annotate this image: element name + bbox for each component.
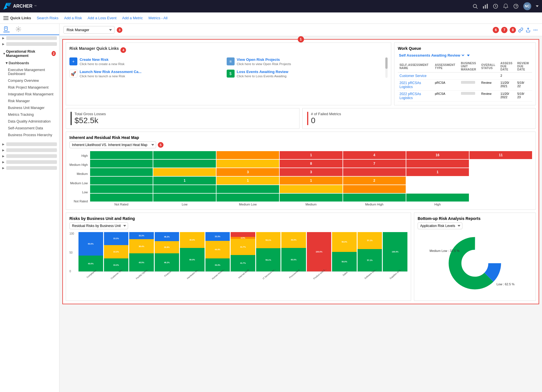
user-avatar[interactable]: NC [523,2,531,10]
ql-scrollbar-thumb[interactable] [385,57,388,69]
toolbar-badge-8[interactable]: 8 [510,27,516,33]
ql-col-left: + Create New Risk Click here to create a… [69,57,222,78]
sidebar-risk-project-label: Risk Project Management [8,85,48,89]
sidebar-company-label: Company Overview [8,79,39,83]
sidebar-collapse-5[interactable]: ▶ [0,153,59,159]
metric-gross-losses: Total Gross Losses $52.5k [66,108,299,129]
heatmap-cell [469,185,532,193]
history-icon[interactable] [493,3,498,9]
sidebar-item-self-assessment[interactable]: Self-Assessment Data [0,125,59,132]
help-icon[interactable]: ? [513,3,519,9]
heatmap-cell [280,185,342,193]
quick-links-label: Quick Links [10,16,31,20]
bell-icon[interactable] [503,3,509,9]
sidebar-item-dqa[interactable]: Data Quality Administration [0,118,59,125]
ql-link-open-projects[interactable]: View Open Risk Projects [237,57,291,62]
wq-row3-status: Review [480,91,499,102]
donut-label-medium-low: Medium Low : 37.5 % [430,249,460,252]
bar-seg: 36.4% [129,239,154,253]
wq-row2-review: 5/19/22 [516,80,532,91]
dashboard-frame: 1 Risk Manager Quick Links 4 [62,39,539,304]
link-icon[interactable] [518,27,523,33]
heatmap-cell: 1 [280,177,342,185]
wq-row1-review [516,72,532,80]
sidebar-item-executive[interactable]: Executive Management Dashboard [0,67,59,77]
donut-container: Medium Low : 37.5 % Low : 62.5 % [444,232,506,294]
search-icon[interactable] [472,3,478,9]
heatmap-cell: 3 [216,168,279,176]
bar-seg: 44.4% [205,241,230,259]
ql-metrics-all[interactable]: Metrics - All [148,16,167,20]
sidebar-item-integrated-risk[interactable]: Integrated Risk Management [0,91,59,98]
sidebar-item-risk-manager[interactable]: Risk Manager [0,98,59,104]
heatmap-cell [216,151,279,159]
share-icon[interactable] [526,27,531,33]
ql-link-launch[interactable]: Launch New Risk Assessment Ca... [80,70,141,74]
wq-row2-name[interactable]: 2021 pRCSAsLogistics [399,81,421,89]
toolbar-badge-3: 3 [117,27,122,33]
ql-icon-open-projects: ≡ [227,57,235,65]
toolbar-badge-6[interactable]: 6 [493,27,499,33]
top-row: Risk Manager Quick Links 4 + Create New … [66,42,536,105]
heatmap-row-medium-low: 1 1 1 2 [90,177,532,185]
heatmap-cell: 2 [343,177,406,185]
sidebar-parent-label: Operational Risk Management [6,49,49,58]
y-label-high: High [69,152,88,160]
sidebar-item-dashboards[interactable]: ▾ Dashboards [0,59,59,67]
dashboard-select[interactable]: Risk Manager Executive Dashboard Company… [63,26,114,34]
sidebar-collapse-2[interactable]: ▶ [0,41,59,47]
heatmap-cell [469,177,532,185]
sidebar-collapse-7[interactable]: ▶ [0,165,59,171]
ql-text-loss-events: Loss Events Awaiting Review Click here t… [237,70,288,78]
sidebar-self-assessment-label: Self-Assessment Data [8,126,43,130]
wq-view-select[interactable]: Self Assessments Awaiting Review Loss Ev… [398,53,465,58]
sidebar-item-metrics[interactable]: Metrics Tracking [0,111,59,118]
sidebar-tab-page-icon[interactable] [3,26,10,32]
wq-row1-name[interactable]: Customer Service [399,74,426,78]
x-label-medium: Medium [280,203,342,206]
ql-search-risks[interactable]: Search Risks [37,16,59,20]
y-label-medium: Medium [69,170,88,178]
heatmap-select[interactable]: Inherent Likelihood VS. Inherent Impact … [69,142,156,148]
y-label-50: 50 [69,251,78,254]
sidebar-collapse-6[interactable]: ▶ [0,159,59,165]
user-chevron-icon[interactable] [536,5,539,8]
heatmap-cells: 1 4 16 11 8 7 [90,151,532,206]
sidebar-integrated-label: Integrated Risk Management [8,92,54,96]
ql-link-create-risk[interactable]: Create New Risk [80,57,125,62]
sidebar-collapse-1[interactable]: ▶ [0,35,59,41]
donut-hole [462,250,488,277]
ql-scrollbar [385,57,388,78]
ql-link-loss-events[interactable]: Loss Events Awaiting Review [237,70,288,74]
ql-add-risk[interactable]: Add a Risk [64,16,82,20]
ql-add-loss-event[interactable]: Add a Loss Event [88,16,116,20]
ql-add-metric[interactable]: Add a Metric [122,16,143,20]
more-icon[interactable] [533,27,538,33]
sidebar-item-risk-project[interactable]: Risk Project Management [0,84,59,91]
heatmap-cell: 16 [406,151,469,159]
chart-icon[interactable] [483,3,488,9]
work-queue-panel: Work Queue Self Assessments Awaiting Rev… [394,42,536,105]
sidebar-parent-operational-risk[interactable]: ▾ Operational Risk Management 2 [0,48,59,59]
bar-seg [231,232,255,237]
sidebar-tab-gear-icon[interactable] [15,26,22,32]
donut-select[interactable]: Application Risk Levels Inherent Risk Le… [418,222,462,229]
bar-seg: 33.3% [129,232,154,239]
ql-desc-launch: Click here to launch a new Risk [80,74,141,78]
heatmap-cell [153,185,216,193]
sidebar-collapse-4[interactable]: ▶ [0,147,59,153]
metric-losses-value: $52.5k [75,116,106,125]
bar-chart-select[interactable]: Residual Risks by Business Unit Inherent… [69,222,128,229]
sidebar-item-company[interactable]: Company Overview [0,77,59,84]
sidebar-icon-bar [0,24,59,35]
heatmap-cell [406,177,469,185]
y-label-low: Low [69,188,88,196]
quick-links-toggle[interactable]: Quick Links [3,16,31,20]
heatmap-title: Inherent and Residual Risk Heat Map [69,135,532,140]
toolbar-badge-7[interactable]: 7 [501,27,507,33]
wq-col-status: OVERALLSTATUS [480,61,499,72]
sidebar-item-bu-manager[interactable]: Business Unit Manager [0,104,59,111]
sidebar-item-bph[interactable]: Business Process Hierarchy [0,132,59,138]
sidebar-collapse-3[interactable]: ▶ [0,141,59,147]
wq-row3-name[interactable]: 2022 pRCSAsLogistics [399,92,421,100]
